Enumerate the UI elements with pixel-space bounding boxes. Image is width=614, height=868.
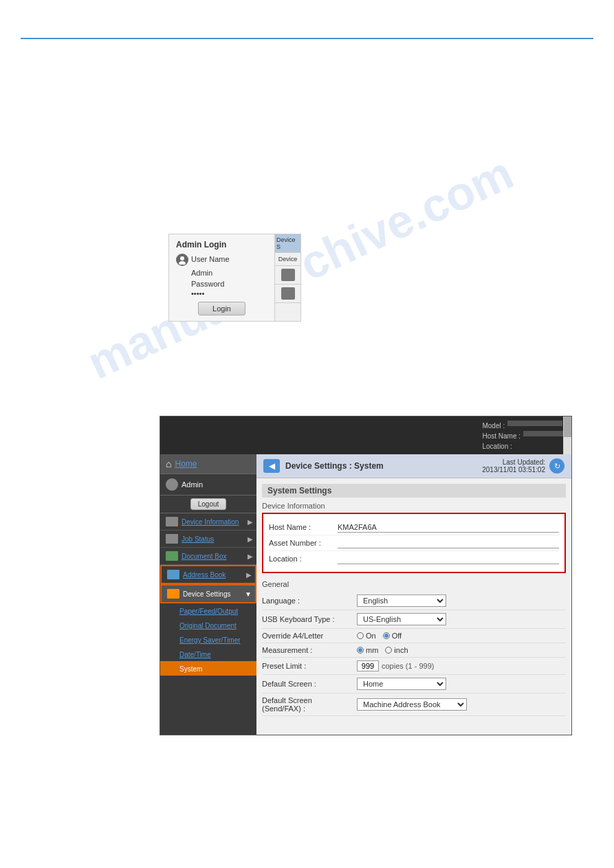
mm-radio[interactable]	[357, 647, 364, 654]
logout-button[interactable]: Logout	[190, 498, 227, 510]
hostname-field-label: Host Name :	[269, 523, 338, 531]
inch-label[interactable]: inch	[385, 646, 408, 654]
last-updated-container: Last Updated: 2013/11/01 03:51:02	[482, 458, 545, 474]
username-label: User Name	[191, 255, 230, 263]
device-info-icon	[166, 517, 178, 526]
panel-item-device[interactable]: Device	[275, 253, 300, 266]
ds-body: System Settings Device Information Host …	[256, 478, 571, 722]
arrow-icon-2: ▶	[248, 535, 253, 543]
device-info-heading: Device Information	[262, 502, 566, 510]
refresh-icon: ↻	[554, 462, 560, 471]
sidebar-paper-feed[interactable]: Paper/Feed/Output	[160, 603, 256, 618]
override-a4-row: Override A4/Letter On Off	[262, 629, 566, 643]
sidebar-home[interactable]: ⌂ Home	[160, 454, 256, 474]
sidebar-item-device-settings-label: Device Settings	[183, 590, 230, 598]
preset-limit-input[interactable]	[357, 660, 379, 671]
password-value: •••••	[176, 289, 267, 298]
usb-keyboard-row: USB Keyboard Type : US-English UK-Englis…	[262, 610, 566, 629]
location-field-input[interactable]	[338, 553, 559, 564]
default-screen-label: Default Screen :	[262, 680, 351, 688]
preset-limit-value-group: copies (1 - 999)	[357, 660, 434, 671]
hostname-field-row: Host Name :	[269, 520, 559, 535]
default-screen-row: Default Screen : Home Copy	[262, 675, 566, 693]
arrow-icon: ▶	[248, 518, 253, 526]
sidebar-date-time[interactable]: Date/Time	[160, 647, 256, 661]
language-label: Language :	[262, 597, 351, 605]
override-off-radio[interactable]	[383, 632, 390, 639]
asset-field-input[interactable]	[338, 537, 559, 548]
sidebar-item-address-book[interactable]: Address Book ▶	[160, 565, 256, 584]
default-screen-fax-row: Default Screen (Send/FAX) : Machine Addr…	[262, 693, 566, 716]
sidebar-item-device-settings[interactable]: Device Settings ▼	[160, 584, 256, 603]
login-button[interactable]: Login	[198, 302, 245, 315]
inch-radio[interactable]	[385, 647, 392, 654]
panel-item-scan[interactable]	[275, 285, 300, 303]
arrow-icon-5: ▼	[245, 590, 252, 598]
usb-keyboard-select[interactable]: US-English UK-English	[357, 613, 446, 625]
avatar-icon	[176, 254, 188, 266]
mm-label[interactable]: mm	[357, 646, 378, 654]
system-settings-title: System Settings	[262, 484, 566, 498]
override-off-label[interactable]: Off	[383, 632, 402, 640]
back-button[interactable]: ◀	[263, 459, 280, 473]
ds-top-bar: Model : Host Name : Location :	[160, 416, 571, 454]
password-label: Password	[176, 280, 267, 288]
model-label: Model :	[482, 421, 505, 431]
hostname-label: Host Name :	[482, 431, 520, 441]
default-screen-select[interactable]: Home Copy	[357, 678, 446, 690]
scanner-icon	[281, 287, 295, 300]
sidebar-admin: Admin	[160, 474, 256, 496]
username-value: Admin	[176, 269, 267, 277]
mm-text: mm	[366, 646, 378, 654]
home-icon: ⌂	[166, 458, 171, 469]
ds-header-bar: ◀ Device Settings : System Last Updated:…	[256, 454, 571, 478]
date-time-link[interactable]: Date/Time	[179, 651, 211, 658]
last-updated-value: 2013/11/01 03:51:02	[482, 466, 545, 474]
printer-icon	[281, 269, 295, 281]
panel-item-print[interactable]	[275, 266, 300, 285]
sidebar-item-device-information[interactable]: Device Information ▶	[160, 513, 256, 531]
model-info: Model : Host Name : Location :	[482, 421, 564, 452]
sidebar-original-document[interactable]: Original Document	[160, 618, 256, 632]
location-field-label: Location :	[269, 555, 338, 563]
hostname-field-input[interactable]	[338, 522, 559, 533]
preset-limit-row: Preset Limit : copies (1 - 999)	[262, 658, 566, 675]
measurement-row: Measurement : mm inch	[262, 643, 566, 658]
sidebar-system[interactable]: System	[160, 661, 256, 676]
paper-feed-link[interactable]: Paper/Feed/Output	[179, 608, 238, 615]
top-decorative-line	[21, 38, 593, 39]
override-on-text: On	[366, 632, 376, 640]
admin-login-box: Admin Login User Name Admin Password •••…	[168, 234, 275, 322]
device-screenshot: Model : Host Name : Location : ⌂ Home	[160, 416, 572, 735]
admin-login-container: Admin Login User Name Admin Password •••…	[168, 234, 301, 322]
ds-sidebar: ⌂ Home Admin Logout Device Information ▶…	[160, 454, 256, 735]
language-select[interactable]: English French German	[357, 594, 446, 607]
sidebar-energy-saver[interactable]: Energy Saver/Timer	[160, 632, 256, 647]
arrow-icon-3: ▶	[248, 553, 253, 560]
sidebar-item-job-status-label: Job Status	[182, 535, 214, 543]
refresh-button[interactable]: ↻	[549, 458, 564, 474]
sidebar-item-document-box[interactable]: Document Box ▶	[160, 548, 256, 565]
usb-keyboard-label: USB Keyboard Type :	[262, 615, 351, 623]
sidebar-item-job-status[interactable]: Job Status ▶	[160, 531, 256, 548]
hostname-val	[523, 431, 564, 436]
override-on-radio[interactable]	[357, 632, 364, 639]
address-book-icon	[167, 570, 179, 579]
asset-field-label: Asset Number :	[269, 539, 338, 547]
home-link[interactable]: Home	[175, 459, 197, 469]
energy-saver-link[interactable]: Energy Saver/Timer	[179, 636, 241, 644]
override-on-label[interactable]: On	[357, 632, 376, 640]
default-screen-fax-select[interactable]: Machine Address Book Send History	[357, 698, 467, 711]
override-a4-label: Override A4/Letter	[262, 632, 351, 640]
original-document-link[interactable]: Original Document	[179, 622, 237, 630]
asset-field-row: Asset Number :	[269, 535, 559, 551]
system-link[interactable]: System	[179, 665, 202, 673]
svg-point-1	[179, 261, 186, 265]
admin-login-title: Admin Login	[176, 240, 267, 249]
page-title: Device Settings : System	[285, 461, 482, 471]
sidebar-logout: Logout	[160, 496, 256, 513]
user-row: User Name	[176, 254, 267, 266]
sidebar-item-address-book-label: Address Book	[183, 571, 226, 579]
scrollbar[interactable]	[563, 416, 571, 454]
preset-limit-label: Preset Limit :	[262, 662, 351, 670]
